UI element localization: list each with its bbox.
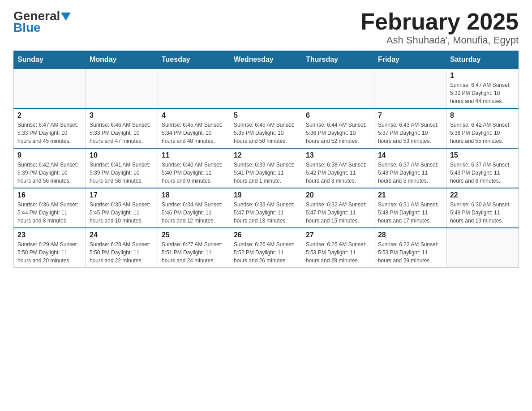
day-number: 17 bbox=[90, 191, 154, 199]
table-row bbox=[230, 68, 302, 108]
day-number: 25 bbox=[162, 231, 226, 239]
table-row: 25Sunrise: 6:27 AM Sunset: 5:51 PM Dayli… bbox=[158, 228, 230, 268]
day-number: 19 bbox=[234, 191, 298, 199]
table-row: 18Sunrise: 6:34 AM Sunset: 5:46 PM Dayli… bbox=[158, 188, 230, 228]
header-friday: Friday bbox=[374, 51, 446, 69]
table-row: 12Sunrise: 6:39 AM Sunset: 5:41 PM Dayli… bbox=[230, 148, 302, 188]
calendar-table: Sunday Monday Tuesday Wednesday Thursday… bbox=[13, 51, 519, 268]
table-row: 7Sunrise: 6:43 AM Sunset: 5:37 PM Daylig… bbox=[374, 108, 446, 148]
day-number: 5 bbox=[234, 111, 298, 120]
svg-marker-0 bbox=[61, 13, 71, 21]
day-info: Sunrise: 6:39 AM Sunset: 5:41 PM Dayligh… bbox=[234, 161, 298, 185]
table-row: 4Sunrise: 6:45 AM Sunset: 5:34 PM Daylig… bbox=[158, 108, 230, 148]
table-row: 8Sunrise: 6:42 AM Sunset: 5:38 PM Daylig… bbox=[446, 108, 518, 148]
table-row bbox=[446, 228, 518, 268]
day-number: 28 bbox=[378, 231, 442, 239]
day-number: 13 bbox=[306, 151, 370, 159]
day-number: 11 bbox=[162, 151, 226, 159]
day-number: 15 bbox=[450, 151, 515, 159]
day-info: Sunrise: 6:47 AM Sunset: 5:33 PM Dayligh… bbox=[17, 121, 82, 145]
day-info: Sunrise: 6:42 AM Sunset: 5:39 PM Dayligh… bbox=[17, 161, 82, 185]
table-row: 6Sunrise: 6:44 AM Sunset: 5:36 PM Daylig… bbox=[302, 108, 374, 148]
day-number: 26 bbox=[234, 231, 298, 239]
day-info: Sunrise: 6:35 AM Sunset: 5:45 PM Dayligh… bbox=[90, 201, 154, 225]
page-header: General Blue February 2025 Ash Shuhada',… bbox=[13, 9, 519, 46]
weekday-header-row: Sunday Monday Tuesday Wednesday Thursday… bbox=[14, 51, 519, 69]
table-row: 28Sunrise: 6:23 AM Sunset: 5:53 PM Dayli… bbox=[374, 228, 446, 268]
table-row: 27Sunrise: 6:25 AM Sunset: 5:53 PM Dayli… bbox=[302, 228, 374, 268]
table-row: 19Sunrise: 6:33 AM Sunset: 5:47 PM Dayli… bbox=[230, 188, 302, 228]
day-info: Sunrise: 6:32 AM Sunset: 5:47 PM Dayligh… bbox=[306, 201, 370, 225]
day-number: 27 bbox=[306, 231, 370, 239]
day-info: Sunrise: 6:25 AM Sunset: 5:53 PM Dayligh… bbox=[306, 240, 370, 265]
table-row bbox=[158, 68, 230, 108]
table-row bbox=[374, 68, 446, 108]
logo: General Blue bbox=[13, 9, 71, 34]
day-number: 10 bbox=[90, 151, 154, 159]
day-number: 8 bbox=[450, 111, 515, 120]
calendar-subtitle: Ash Shuhada', Monufia, Egypt bbox=[360, 34, 519, 46]
table-row: 22Sunrise: 6:30 AM Sunset: 5:49 PM Dayli… bbox=[446, 188, 518, 228]
header-monday: Monday bbox=[86, 51, 158, 69]
table-row: 14Sunrise: 6:37 AM Sunset: 5:43 PM Dayli… bbox=[374, 148, 446, 188]
table-row: 17Sunrise: 6:35 AM Sunset: 5:45 PM Dayli… bbox=[86, 188, 158, 228]
header-tuesday: Tuesday bbox=[158, 51, 230, 69]
table-row: 23Sunrise: 6:29 AM Sunset: 5:50 PM Dayli… bbox=[14, 228, 86, 268]
day-info: Sunrise: 6:27 AM Sunset: 5:51 PM Dayligh… bbox=[162, 240, 226, 265]
day-info: Sunrise: 6:36 AM Sunset: 5:44 PM Dayligh… bbox=[17, 201, 82, 225]
table-row: 10Sunrise: 6:41 AM Sunset: 5:39 PM Dayli… bbox=[86, 148, 158, 188]
day-info: Sunrise: 6:38 AM Sunset: 5:42 PM Dayligh… bbox=[306, 161, 370, 185]
day-info: Sunrise: 6:46 AM Sunset: 5:33 PM Dayligh… bbox=[90, 121, 154, 145]
day-number: 2 bbox=[17, 111, 82, 120]
table-row: 5Sunrise: 6:45 AM Sunset: 5:35 PM Daylig… bbox=[230, 108, 302, 148]
header-saturday: Saturday bbox=[446, 51, 518, 69]
table-row: 15Sunrise: 6:37 AM Sunset: 5:43 PM Dayli… bbox=[446, 148, 518, 188]
day-number: 12 bbox=[234, 151, 298, 159]
header-wednesday: Wednesday bbox=[230, 51, 302, 69]
day-number: 3 bbox=[90, 111, 154, 120]
logo-blue-text: Blue bbox=[13, 21, 71, 34]
day-info: Sunrise: 6:45 AM Sunset: 5:34 PM Dayligh… bbox=[162, 121, 226, 145]
day-number: 21 bbox=[378, 191, 442, 199]
logo-arrow-icon bbox=[61, 13, 71, 21]
day-number: 23 bbox=[17, 231, 82, 239]
table-row: 1Sunrise: 6:47 AM Sunset: 5:32 PM Daylig… bbox=[446, 68, 518, 108]
day-info: Sunrise: 6:47 AM Sunset: 5:32 PM Dayligh… bbox=[450, 81, 515, 105]
day-info: Sunrise: 6:44 AM Sunset: 5:36 PM Dayligh… bbox=[306, 121, 370, 145]
table-row: 24Sunrise: 6:28 AM Sunset: 5:50 PM Dayli… bbox=[86, 228, 158, 268]
table-row: 13Sunrise: 6:38 AM Sunset: 5:42 PM Dayli… bbox=[302, 148, 374, 188]
table-row: 21Sunrise: 6:31 AM Sunset: 5:48 PM Dayli… bbox=[374, 188, 446, 228]
calendar-week-row: 23Sunrise: 6:29 AM Sunset: 5:50 PM Dayli… bbox=[14, 228, 519, 268]
table-row: 26Sunrise: 6:26 AM Sunset: 5:52 PM Dayli… bbox=[230, 228, 302, 268]
day-number: 9 bbox=[17, 151, 82, 159]
day-info: Sunrise: 6:31 AM Sunset: 5:48 PM Dayligh… bbox=[378, 201, 442, 225]
day-number: 14 bbox=[378, 151, 442, 159]
day-info: Sunrise: 6:42 AM Sunset: 5:38 PM Dayligh… bbox=[450, 121, 515, 145]
day-info: Sunrise: 6:30 AM Sunset: 5:49 PM Dayligh… bbox=[450, 201, 515, 225]
calendar-title: February 2025 bbox=[360, 9, 519, 34]
table-row: 16Sunrise: 6:36 AM Sunset: 5:44 PM Dayli… bbox=[14, 188, 86, 228]
day-info: Sunrise: 6:28 AM Sunset: 5:50 PM Dayligh… bbox=[90, 240, 154, 265]
day-info: Sunrise: 6:43 AM Sunset: 5:37 PM Dayligh… bbox=[378, 121, 442, 145]
day-info: Sunrise: 6:33 AM Sunset: 5:47 PM Dayligh… bbox=[234, 201, 298, 225]
table-row: 3Sunrise: 6:46 AM Sunset: 5:33 PM Daylig… bbox=[86, 108, 158, 148]
day-number: 16 bbox=[17, 191, 82, 199]
day-number: 20 bbox=[306, 191, 370, 199]
day-info: Sunrise: 6:23 AM Sunset: 5:53 PM Dayligh… bbox=[378, 240, 442, 265]
day-info: Sunrise: 6:37 AM Sunset: 5:43 PM Dayligh… bbox=[450, 161, 515, 185]
day-info: Sunrise: 6:37 AM Sunset: 5:43 PM Dayligh… bbox=[378, 161, 442, 185]
table-row: 11Sunrise: 6:40 AM Sunset: 5:40 PM Dayli… bbox=[158, 148, 230, 188]
day-number: 4 bbox=[162, 111, 226, 120]
day-number: 7 bbox=[378, 111, 442, 120]
table-row: 20Sunrise: 6:32 AM Sunset: 5:47 PM Dayli… bbox=[302, 188, 374, 228]
day-number: 24 bbox=[90, 231, 154, 239]
day-info: Sunrise: 6:40 AM Sunset: 5:40 PM Dayligh… bbox=[162, 161, 226, 185]
day-info: Sunrise: 6:34 AM Sunset: 5:46 PM Dayligh… bbox=[162, 201, 226, 225]
day-info: Sunrise: 6:29 AM Sunset: 5:50 PM Dayligh… bbox=[17, 240, 82, 265]
calendar-week-row: 2Sunrise: 6:47 AM Sunset: 5:33 PM Daylig… bbox=[14, 108, 519, 148]
table-row bbox=[14, 68, 86, 108]
header-sunday: Sunday bbox=[14, 51, 86, 69]
header-thursday: Thursday bbox=[302, 51, 374, 69]
day-number: 6 bbox=[306, 111, 370, 120]
calendar-week-row: 9Sunrise: 6:42 AM Sunset: 5:39 PM Daylig… bbox=[14, 148, 519, 188]
